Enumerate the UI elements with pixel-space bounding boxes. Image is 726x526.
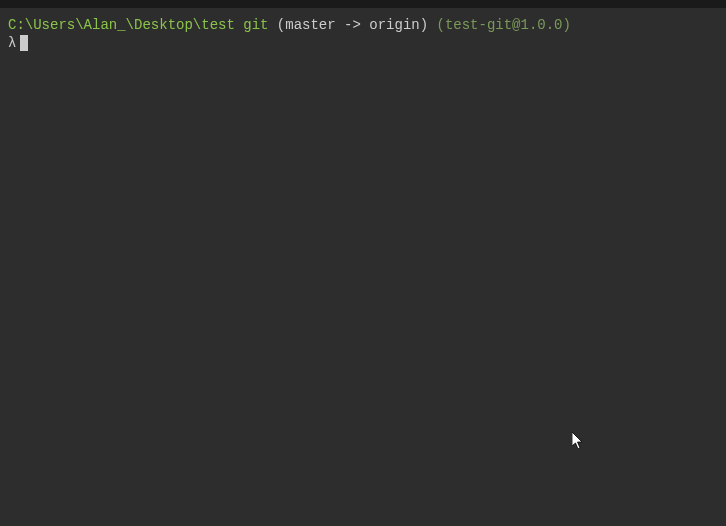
git-branch-info: (master -> origin) bbox=[268, 17, 436, 33]
terminal-area[interactable]: C:\Users\Alan_\Desktop\test git (master … bbox=[0, 8, 726, 60]
mouse-cursor-icon bbox=[572, 432, 584, 450]
prompt-symbol: λ bbox=[8, 34, 16, 52]
input-line[interactable]: λ bbox=[8, 34, 718, 52]
package-info: (test-git@1.0.0) bbox=[436, 17, 570, 33]
current-path: C:\Users\Alan_\Desktop\test git bbox=[8, 17, 268, 33]
text-cursor bbox=[20, 35, 28, 51]
prompt-line: C:\Users\Alan_\Desktop\test git (master … bbox=[8, 16, 718, 34]
title-bar bbox=[0, 0, 726, 8]
